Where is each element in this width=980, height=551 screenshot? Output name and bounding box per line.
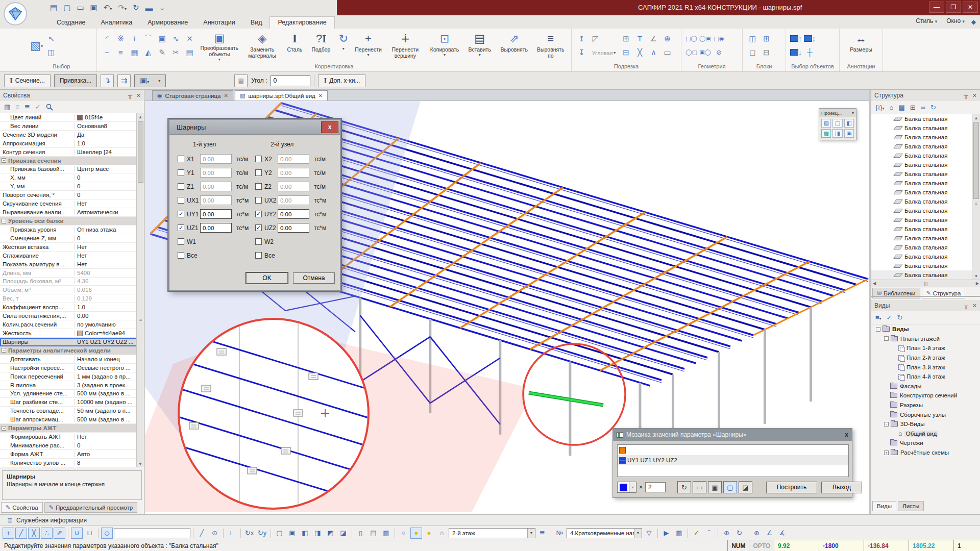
select-region-icon[interactable]: ◫: [45, 46, 58, 59]
save-mosaic-button[interactable]: ▣: [708, 481, 722, 493]
draw-line-button[interactable]: ╱: [196, 528, 208, 539]
unlock-button[interactable]: ⊔: [84, 528, 95, 539]
view-back-button[interactable]: ▣: [286, 528, 298, 539]
move-vertex-button[interactable]: ∔Перенести вершину: [386, 30, 425, 62]
property-row[interactable]: Поиск пересечений1 мм (задано в пр...: [0, 372, 137, 381]
service-info-bar[interactable]: ≣ Служебная информация: [0, 514, 980, 525]
insert-turn-button[interactable]: ⇉: [117, 74, 131, 87]
window-menu[interactable]: Окно ▾: [946, 17, 965, 24]
checkbox-Все[interactable]: [178, 252, 184, 259]
property-value[interactable]: 0: [75, 442, 137, 448]
document-tab[interactable]: ◉Стартовая страница✕: [152, 90, 233, 101]
stiffness-input-UX1[interactable]: [200, 195, 232, 205]
exit-button[interactable]: Выход: [821, 482, 862, 493]
close-panel-icon[interactable]: ✕: [972, 92, 977, 99]
list-view-icon[interactable]: ≡: [15, 103, 19, 111]
ok-button[interactable]: OK: [246, 272, 288, 284]
tab-views[interactable]: Виды: [872, 501, 896, 511]
remove-block-icon[interactable]: ⊟: [760, 46, 773, 59]
light-on-button[interactable]: ●: [410, 528, 422, 539]
property-row[interactable]: Шаг разбивки сте...10000 мм (задано ...: [0, 398, 137, 407]
property-value[interactable]: 815f4e: [75, 114, 137, 120]
clip-box-button[interactable]: ▯: [355, 528, 366, 539]
close-panel-icon[interactable]: ✕: [972, 303, 977, 309]
pan-button[interactable]: ⊕: [721, 528, 732, 539]
property-value[interactable]: Нет: [75, 253, 137, 259]
collapse-icon[interactable]: −: [2, 219, 6, 223]
property-row[interactable]: Показать арматуру в ...Нет: [0, 260, 137, 269]
property-row[interactable]: Контур сеченияШвеллер [24: [0, 148, 137, 157]
room-light-button[interactable]: ⌂: [436, 528, 448, 539]
property-value[interactable]: 500 мм (задано в ...: [75, 390, 137, 396]
structure-item[interactable]: Балка стальная: [871, 114, 972, 123]
structure-item[interactable]: Балка стальная: [871, 133, 972, 142]
filter-button[interactable]: ▽: [643, 528, 655, 539]
multiplier-input[interactable]: [645, 482, 666, 492]
property-value[interactable]: Центр масс: [75, 166, 137, 172]
stiffness-input-Y2[interactable]: [278, 168, 309, 178]
table-filter-button[interactable]: ▦: [673, 528, 685, 539]
checkbox-UZ2[interactable]: ✓: [255, 224, 262, 231]
stiffness-input-UZ1[interactable]: [200, 223, 232, 233]
checkbox-Z2[interactable]: [255, 183, 262, 190]
pin-icon[interactable]: ╥: [964, 92, 968, 99]
subtract-icon[interactable]: ◯▢: [685, 46, 698, 59]
views-tree-item-Планы этажей[interactable]: -Планы этажей: [872, 334, 972, 344]
structure-item[interactable]: Балка стальная: [871, 160, 972, 169]
text-height-icon[interactable]: T: [633, 32, 646, 45]
open-document-icon[interactable]: ▭: [77, 3, 84, 12]
property-row[interactable]: ДотягиватьНачало и конец: [0, 355, 137, 364]
add-view-icon[interactable]: ⊞: [910, 104, 916, 111]
proj-dimetric-icon[interactable]: ▩: [821, 129, 831, 138]
views-tree-item-План 1-й этаж[interactable]: План 1-й этаж: [872, 343, 972, 353]
magnet-button[interactable]: ∪: [71, 528, 83, 539]
union-icon[interactable]: ▢◯: [685, 32, 698, 45]
clip-grid-button[interactable]: ▦: [380, 528, 392, 539]
stiffness-input-X2[interactable]: [278, 154, 309, 164]
property-row[interactable]: Скручивание сеченияНет: [0, 199, 137, 208]
collapse-icon[interactable]: −: [2, 158, 6, 163]
views-tree-item-Фасады[interactable]: Фасады: [872, 382, 972, 391]
property-group-row[interactable]: −Привязка сечения: [0, 157, 137, 165]
paste-button[interactable]: ▤Вставить▾: [464, 30, 495, 62]
chevron-down-icon[interactable]: ▼: [527, 529, 535, 538]
qat-options-icon[interactable]: ⌄: [159, 3, 166, 12]
property-value[interactable]: 500 мм (задано в ...: [75, 416, 137, 422]
property-row[interactable]: Цвет линий815f4e: [0, 113, 137, 122]
trim-cross-icon[interactable]: ※: [114, 32, 127, 45]
merge-icon[interactable]: ▣◯: [699, 46, 712, 59]
stiffness-input-UX2[interactable]: [278, 195, 309, 205]
property-value[interactable]: 0: [75, 174, 137, 181]
expand-icon[interactable]: -: [876, 327, 880, 332]
property-row[interactable]: Вес, т0.129: [0, 294, 137, 303]
steel-button[interactable]: IСталь: [284, 30, 306, 62]
cross-trim2-icon[interactable]: ⊟: [620, 46, 632, 59]
array-icon[interactable]: ▤: [183, 46, 196, 59]
view-settings-icon[interactable]: ≡▾: [875, 314, 881, 321]
property-row[interactable]: Количество узлов ...8: [0, 459, 137, 467]
picker-icon[interactable]: ✎: [156, 46, 168, 59]
property-row[interactable]: Поворот сечения, °0: [0, 191, 137, 199]
app-menu-icon[interactable]: ▤: [50, 3, 57, 12]
replace-materials-button[interactable]: ◈Заменить материалы: [243, 30, 282, 62]
solid-cube-button[interactable]: ◪: [739, 481, 752, 493]
slope-icon[interactable]: ∠: [647, 32, 660, 45]
property-group-row[interactable]: −Параметры аналитической модели: [0, 346, 137, 355]
property-value[interactable]: 50 мм (задано в п...: [75, 408, 137, 414]
angle-measure-button[interactable]: ∡: [776, 528, 788, 539]
property-row[interactable]: СглаживаниеНет: [0, 252, 137, 260]
property-row[interactable]: Объём, м³0.016: [0, 286, 137, 294]
property-row[interactable]: Вес линииОсновная8: [0, 122, 137, 131]
property-value[interactable]: 1.0: [75, 140, 137, 146]
checkbox-Все[interactable]: [255, 252, 262, 259]
align-edge-icon[interactable]: ≡: [114, 46, 127, 59]
stiffness-input-Y1[interactable]: [200, 168, 232, 178]
property-value[interactable]: 0: [75, 192, 137, 198]
pin-icon[interactable]: ╥: [128, 92, 132, 99]
property-row[interactable]: Сечение 3D моделиДа: [0, 131, 137, 139]
quick-search-input[interactable]: [114, 528, 190, 538]
snap-line-button[interactable]: ╱: [15, 528, 27, 539]
view-iso-button[interactable]: ◩: [325, 528, 336, 539]
chevron-down-icon[interactable]: ▼: [634, 529, 642, 538]
align-by-button[interactable]: ≡Выровнять по: [534, 30, 568, 62]
